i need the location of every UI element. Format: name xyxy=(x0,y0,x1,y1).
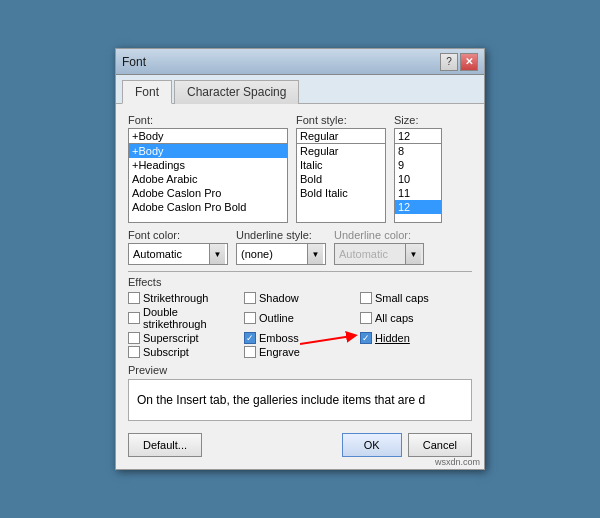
size-input[interactable] xyxy=(394,128,442,143)
hidden-checkbox[interactable]: ✓ xyxy=(360,332,372,344)
checkbox-engrave[interactable]: Engrave xyxy=(244,346,356,358)
underline-color-select[interactable]: Automatic ▼ xyxy=(334,243,424,265)
size-item-1[interactable]: 9 xyxy=(395,158,441,172)
tab-character-spacing[interactable]: Character Spacing xyxy=(174,80,299,104)
checkbox-small-caps[interactable]: Small caps xyxy=(360,292,472,304)
underline-color-value: Automatic xyxy=(337,248,405,260)
strikethrough-checkbox[interactable] xyxy=(128,292,140,304)
checkbox-subscript[interactable]: Subscript xyxy=(128,346,240,358)
default-button[interactable]: Default... xyxy=(128,433,202,457)
style-item-1[interactable]: Italic xyxy=(297,158,385,172)
underline-style-value: (none) xyxy=(239,248,307,260)
close-button[interactable]: ✕ xyxy=(460,53,478,71)
superscript-label: Superscript xyxy=(143,332,199,344)
double-strikethrough-label: Double strikethrough xyxy=(143,306,240,330)
shadow-checkbox[interactable] xyxy=(244,292,256,304)
font-label: Font: xyxy=(128,114,288,126)
underline-style-label: Underline style: xyxy=(236,229,326,241)
font-color-group: Font color: Automatic ▼ xyxy=(128,229,228,265)
emboss-checkbox[interactable]: ✓ xyxy=(244,332,256,344)
font-color-select[interactable]: Automatic ▼ xyxy=(128,243,228,265)
style-input[interactable] xyxy=(296,128,386,143)
cancel-button[interactable]: Cancel xyxy=(408,433,472,457)
font-item-1[interactable]: +Headings xyxy=(129,158,287,172)
size-label: Size: xyxy=(394,114,442,126)
button-row: Default... OK Cancel xyxy=(128,429,472,459)
tab-font[interactable]: Font xyxy=(122,80,172,104)
effects-section: Effects Strikethrough Shadow Small caps xyxy=(128,271,472,358)
checkbox-all-caps[interactable]: All caps xyxy=(360,306,472,330)
style-field-group: Font style: Regular Italic Bold Bold Ita… xyxy=(296,114,386,223)
preview-box: On the Insert tab, the galleries include… xyxy=(128,379,472,421)
style-label: Font style: xyxy=(296,114,386,126)
help-button[interactable]: ? xyxy=(440,53,458,71)
underline-color-arrow-icon[interactable]: ▼ xyxy=(405,244,421,264)
style-item-2[interactable]: Bold xyxy=(297,172,385,186)
font-field-group: Font: +Body +Headings Adobe Arabic Adobe… xyxy=(128,114,288,223)
font-item-3[interactable]: Adobe Caslon Pro xyxy=(129,186,287,200)
checkbox-hidden[interactable]: ✓ Hidden xyxy=(360,332,472,344)
all-caps-checkbox[interactable] xyxy=(360,312,372,324)
outline-checkbox[interactable] xyxy=(244,312,256,324)
double-strikethrough-checkbox[interactable] xyxy=(128,312,140,324)
checkbox-superscript[interactable]: Superscript xyxy=(128,332,240,344)
checkbox-strikethrough[interactable]: Strikethrough xyxy=(128,292,240,304)
font-color-value: Automatic xyxy=(131,248,209,260)
dialog-content: Font: +Body +Headings Adobe Arabic Adobe… xyxy=(116,104,484,469)
size-item-4[interactable]: 12 xyxy=(395,200,441,214)
checkbox-outline[interactable]: Outline xyxy=(244,306,356,330)
font-input[interactable] xyxy=(128,128,288,143)
style-listbox-container: Regular Italic Bold Bold Italic xyxy=(296,128,386,223)
font-item-4[interactable]: Adobe Caslon Pro Bold xyxy=(129,200,287,214)
subscript-checkbox[interactable] xyxy=(128,346,140,358)
font-color-label: Font color: xyxy=(128,229,228,241)
title-bar-controls: ? ✕ xyxy=(440,53,478,71)
size-item-2[interactable]: 10 xyxy=(395,172,441,186)
effects-title: Effects xyxy=(128,271,472,288)
dialog-title: Font xyxy=(122,55,146,69)
strikethrough-label: Strikethrough xyxy=(143,292,208,304)
checkbox-emboss[interactable]: ✓ Emboss xyxy=(244,332,356,344)
underline-color-group: Underline color: Automatic ▼ xyxy=(334,229,424,265)
shadow-label: Shadow xyxy=(259,292,299,304)
font-dialog: Font ? ✕ Font Character Spacing Font: +B… xyxy=(115,48,485,470)
engrave-label: Engrave xyxy=(259,346,300,358)
underline-style-arrow-icon[interactable]: ▼ xyxy=(307,244,323,264)
size-listbox-container: 8 9 10 11 12 xyxy=(394,128,442,223)
font-item-2[interactable]: Adobe Arabic xyxy=(129,172,287,186)
hidden-label: Hidden xyxy=(375,332,410,344)
underline-color-label: Underline color: xyxy=(334,229,424,241)
style-item-0[interactable]: Regular xyxy=(297,144,385,158)
emboss-label: Emboss xyxy=(259,332,299,344)
font-listbox[interactable]: +Body +Headings Adobe Arabic Adobe Caslo… xyxy=(128,143,288,223)
font-row: Font: +Body +Headings Adobe Arabic Adobe… xyxy=(128,114,472,223)
title-bar: Font ? ✕ xyxy=(116,49,484,75)
underline-style-select[interactable]: (none) ▼ xyxy=(236,243,326,265)
checkbox-double-strikethrough[interactable]: Double strikethrough xyxy=(128,306,240,330)
underline-style-group: Underline style: (none) ▼ xyxy=(236,229,326,265)
ok-button[interactable]: OK xyxy=(342,433,402,457)
effects-grid: Strikethrough Shadow Small caps Double s… xyxy=(128,292,472,358)
superscript-checkbox[interactable] xyxy=(128,332,140,344)
font-item-0[interactable]: +Body xyxy=(129,144,287,158)
font-color-arrow-icon[interactable]: ▼ xyxy=(209,244,225,264)
style-listbox[interactable]: Regular Italic Bold Bold Italic xyxy=(296,143,386,223)
tab-bar: Font Character Spacing xyxy=(116,75,484,104)
checkbox-shadow[interactable]: Shadow xyxy=(244,292,356,304)
preview-text: On the Insert tab, the galleries include… xyxy=(137,393,425,407)
effects-empty-cell xyxy=(360,346,472,358)
outline-label: Outline xyxy=(259,312,294,324)
size-item-0[interactable]: 8 xyxy=(395,144,441,158)
color-row: Font color: Automatic ▼ Underline style:… xyxy=(128,229,472,265)
style-item-3[interactable]: Bold Italic xyxy=(297,186,385,200)
size-listbox[interactable]: 8 9 10 11 12 xyxy=(394,143,442,223)
small-caps-label: Small caps xyxy=(375,292,429,304)
subscript-label: Subscript xyxy=(143,346,189,358)
size-item-3[interactable]: 11 xyxy=(395,186,441,200)
preview-section: Preview On the Insert tab, the galleries… xyxy=(128,364,472,421)
font-listbox-container: +Body +Headings Adobe Arabic Adobe Caslo… xyxy=(128,128,288,223)
engrave-checkbox[interactable] xyxy=(244,346,256,358)
preview-title: Preview xyxy=(128,364,472,376)
btn-right-group: OK Cancel xyxy=(342,433,472,457)
small-caps-checkbox[interactable] xyxy=(360,292,372,304)
